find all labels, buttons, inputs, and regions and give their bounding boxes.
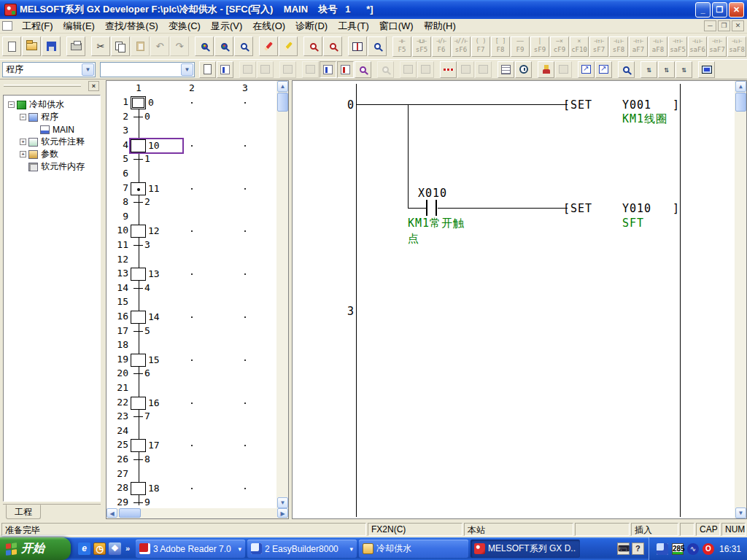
- open-button[interactable]: [22, 36, 41, 56]
- menu-item-4[interactable]: 显示(V): [206, 18, 247, 34]
- more-chevron-icon[interactable]: »: [124, 542, 131, 555]
- scroll-up-icon[interactable]: ▲: [277, 81, 288, 92]
- write-mode-button[interactable]: [259, 36, 278, 56]
- tree-item-5[interactable]: 软元件内存: [4, 160, 100, 173]
- block-param-button[interactable]: [498, 61, 514, 78]
- set-operand[interactable]: Y010: [622, 202, 651, 215]
- dotted-line-button[interactable]: [440, 61, 457, 78]
- menu-item-8[interactable]: 窗口(W): [374, 18, 419, 34]
- help-icon[interactable]: ?: [632, 542, 644, 555]
- group-arrow-icon[interactable]: ▾: [238, 545, 241, 553]
- menu-item-3[interactable]: 变换(C): [163, 18, 206, 34]
- sfc-step[interactable]: [131, 268, 146, 281]
- wave-icon[interactable]: ∿: [687, 543, 699, 555]
- block-select-combo[interactable]: ▼: [100, 62, 195, 77]
- data-type-combo[interactable]: 程序 ▼: [2, 62, 96, 77]
- sfc-transition[interactable]: [133, 459, 143, 460]
- collapse-icon[interactable]: −: [20, 114, 26, 120]
- combo-dropdown-icon[interactable]: ▼: [181, 63, 193, 76]
- jump-window-button[interactable]: [578, 61, 595, 78]
- network-icon[interactable]: [657, 543, 668, 555]
- tree-item-main[interactable]: MAIN: [4, 123, 100, 136]
- schedule-icon[interactable]: ◷: [93, 542, 106, 555]
- sfc-hscroll-thumb[interactable]: [119, 508, 141, 518]
- close-button[interactable]: ✕: [729, 2, 744, 18]
- set-instruction[interactable]: [SET: [563, 202, 592, 215]
- zoom-block-button[interactable]: [355, 61, 371, 78]
- sort-block-button[interactable]: ⇅: [658, 61, 675, 78]
- minimize-button[interactable]: _: [695, 2, 711, 18]
- sort-device-button[interactable]: ⇅: [676, 61, 692, 78]
- sfc-view-button[interactable]: [320, 61, 336, 78]
- scroll-down-icon[interactable]: ▼: [277, 497, 288, 508]
- menu-item-9[interactable]: 帮助(H): [419, 18, 461, 34]
- mdi-minimize-button[interactable]: ─: [704, 20, 716, 31]
- copy-button[interactable]: [111, 36, 130, 56]
- scroll-left-icon[interactable]: ◀: [107, 508, 117, 518]
- menu-item-5[interactable]: 在线(O): [247, 18, 290, 34]
- sfc-transition[interactable]: [133, 288, 143, 289]
- expand-icon[interactable]: +: [20, 139, 26, 145]
- scroll-up-icon[interactable]: ▲: [735, 81, 746, 92]
- group-arrow-icon[interactable]: ▾: [349, 545, 353, 553]
- mdi-close-button[interactable]: ✕: [732, 20, 744, 31]
- expand-icon[interactable]: +: [20, 151, 26, 158]
- restore-button[interactable]: ❐: [712, 2, 727, 18]
- app-icon[interactable]: ❖: [109, 542, 121, 555]
- monitor-mode-button[interactable]: [698, 61, 715, 78]
- tree-item-1[interactable]: −程序: [4, 111, 100, 123]
- read-zoom-button[interactable]: [303, 36, 322, 56]
- ladder-vscrollbar[interactable]: ▲ ▼: [735, 81, 746, 518]
- panel-grip[interactable]: [4, 85, 81, 87]
- zoom-monitor-button[interactable]: [618, 61, 635, 78]
- ime-285-badge[interactable]: 285: [672, 543, 684, 555]
- sfc-transition[interactable]: [133, 117, 143, 117]
- sfc-step[interactable]: [131, 311, 146, 324]
- task-button-3[interactable]: MELSOFT系列 GX D...: [471, 540, 580, 558]
- sfc-vscrollbar[interactable]: ▲ ▼: [276, 81, 288, 508]
- keyboard-icon[interactable]: ⌨: [617, 542, 630, 555]
- ladder-vscroll-thumb[interactable]: [735, 93, 746, 112]
- sfc-transition[interactable]: [133, 202, 143, 203]
- tree-item-3[interactable]: +软元件注释: [4, 136, 100, 148]
- insert-write-button[interactable]: [279, 36, 298, 56]
- menu-item-7[interactable]: 工具(T): [333, 18, 374, 34]
- ie-icon[interactable]: e: [78, 542, 90, 555]
- monitor-zoom-button[interactable]: [323, 36, 342, 56]
- sfc-step[interactable]: [131, 225, 146, 238]
- stop-icon[interactable]: O: [703, 543, 714, 555]
- cut-button[interactable]: ✂: [91, 36, 110, 56]
- device-find-button[interactable]: [214, 36, 233, 56]
- sfc-step[interactable]: [131, 397, 146, 410]
- scroll-down-icon[interactable]: ▼: [735, 508, 746, 518]
- task-button-1[interactable]: 2 EasyBuilder8000▾: [247, 540, 357, 558]
- contact-device[interactable]: X010: [418, 187, 447, 200]
- project-data-list-button[interactable]: [217, 61, 233, 78]
- sfc-step[interactable]: [131, 354, 146, 367]
- window-split-button[interactable]: [348, 36, 367, 56]
- task-button-0[interactable]: 3 Adobe Reader 7.0▾: [136, 540, 245, 558]
- sfc-transition[interactable]: [133, 373, 143, 374]
- menu-item-1[interactable]: 编辑(E): [58, 18, 100, 34]
- save-button[interactable]: [42, 36, 61, 56]
- device-comment-button[interactable]: [199, 61, 216, 78]
- sfc-step[interactable]: [131, 139, 146, 152]
- tree-item-4[interactable]: +参数: [4, 148, 100, 160]
- panel-close-icon[interactable]: ×: [88, 81, 99, 91]
- tree-item-0[interactable]: −冷却供水: [4, 98, 100, 111]
- task-button-2[interactable]: 冷却供水: [359, 540, 468, 558]
- mdi-child-icon[interactable]: [2, 21, 12, 31]
- sfc-hscrollbar[interactable]: ◀ ▶: [107, 508, 288, 518]
- tab-project[interactable]: 工程: [6, 505, 41, 519]
- print-button[interactable]: [66, 36, 85, 56]
- sfc-vscroll-thumb[interactable]: [277, 93, 288, 112]
- jump-window2-button[interactable]: [595, 61, 612, 78]
- sfc-transition[interactable]: [133, 159, 143, 160]
- start-button[interactable]: 开始: [0, 537, 71, 560]
- sfc-transition[interactable]: [133, 245, 143, 246]
- sfc-transition[interactable]: [133, 331, 143, 332]
- sfc-step[interactable]: [131, 439, 146, 452]
- sfc-transition[interactable]: [133, 416, 143, 417]
- menu-item-6[interactable]: 诊断(D): [290, 18, 333, 34]
- set-instruction[interactable]: [SET: [563, 98, 592, 112]
